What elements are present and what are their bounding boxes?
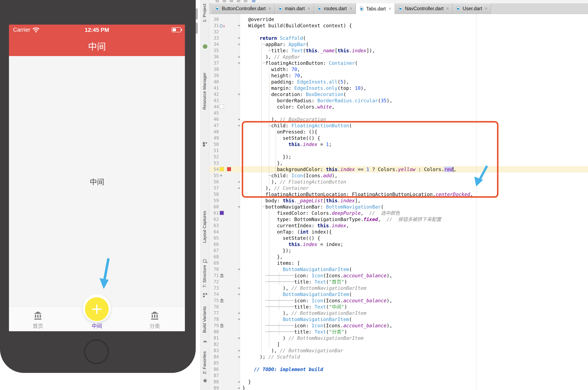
code-line-60[interactable]: 60 bottomNavigationBar: BottomNavigation… [209, 204, 588, 210]
code-line-33[interactable]: 33 return Scaffold( [209, 35, 588, 41]
color-preview-swatch[interactable] [220, 211, 224, 215]
code-line-77[interactable]: 77 ), // BottomNavigationBarItem [209, 310, 588, 316]
code-line-39[interactable]: 39 height: 70, [209, 72, 588, 79]
code-line-42[interactable]: 42 decoration: BoxDecoration( [209, 91, 588, 98]
fold-open-icon[interactable] [238, 94, 240, 96]
fold-close-icon[interactable] [238, 181, 240, 183]
account-balance-gutter-icon[interactable] [220, 323, 224, 328]
tool-window-button-favorites[interactable]: 2: Favorites [202, 351, 207, 374]
fold-open-icon[interactable] [238, 44, 240, 46]
fold-open-icon[interactable] [238, 25, 240, 27]
code-line-41[interactable]: 41 margin: EdgeInsets.only(top: 10), [209, 85, 588, 91]
close-tab-icon[interactable]: × [388, 6, 391, 11]
fold-open-icon[interactable] [238, 206, 240, 208]
close-tab-icon[interactable]: × [446, 6, 449, 11]
floating-action-button[interactable] [85, 297, 109, 321]
fold-close-icon[interactable] [238, 387, 240, 389]
code-line-86[interactable]: 86 // TODO: implement build [209, 366, 588, 373]
fold-close-icon[interactable] [238, 381, 240, 383]
code-line-43[interactable]: 43 borderRadius: BorderRadius.circular(3… [209, 98, 588, 104]
code-line-31[interactable]: 31↑ Widget build(BuildContext context) { [209, 22, 588, 29]
code-line-72[interactable]: 72 title: Text("首页") [209, 279, 588, 285]
resource-manager-icon[interactable] [202, 142, 208, 147]
code-line-44[interactable]: 44 color: Colors.white, [209, 104, 588, 110]
code-line-74[interactable]: 74 BottomNavigationBarItem( [209, 291, 588, 297]
code-line-84[interactable]: 84 ); // Scaffold [209, 354, 588, 360]
tool-window-button-resource-manager[interactable]: Resource Manager [202, 72, 207, 110]
fold-close-icon[interactable] [238, 118, 240, 120]
code-line-65[interactable]: 65 setState(() { [209, 235, 588, 241]
gutter-plus-icon[interactable]: + [220, 173, 222, 178]
close-tab-icon[interactable]: × [268, 6, 271, 11]
tab-main.dart[interactable]: main.dart× [275, 3, 314, 14]
code-line-88[interactable]: 88 } [209, 379, 588, 385]
code-line-63[interactable]: 63 currentIndex: this.index, [209, 223, 588, 229]
code-line-37[interactable]: 37 floatingActionButton: Container( [209, 60, 588, 66]
code-line-45[interactable]: 45 [209, 110, 588, 116]
code-line-64[interactable]: 64 onTap: (int index){ [209, 229, 588, 235]
code-line-30[interactable]: 30 @override [209, 16, 588, 22]
code-line-38[interactable]: 38 width: 70, [209, 66, 588, 72]
code-line-68[interactable]: 68 }, [209, 254, 588, 260]
code-line-81[interactable]: 81 ) // BottomNavigationBarItem [209, 335, 588, 341]
tab-routes.dart[interactable]: routes.dart× [314, 3, 356, 14]
layout-captures-icon[interactable] [202, 259, 208, 264]
code-line-73[interactable]: 73 ), // BottomNavigationBarItem [209, 285, 588, 291]
code-line-85[interactable]: 85 [209, 360, 588, 366]
code-line-36[interactable]: 36 ), // AppBar [209, 54, 588, 60]
code-line-75[interactable]: 75 icon: Icon(Icons.account_balance), [209, 297, 588, 304]
code-line-61[interactable]: 61 fixedColor: Colors.deepPurple, // 选中颜… [209, 210, 588, 216]
close-tab-icon[interactable]: × [350, 6, 352, 11]
color-preview-swatch[interactable] [220, 104, 224, 109]
fold-open-icon[interactable] [238, 319, 240, 320]
code-line-62[interactable]: 62 type: BottomNavigationBarType.fixed, … [209, 216, 588, 223]
code-line-59[interactable]: 59 body: this._pageList[this.index], [209, 197, 588, 204]
fold-open-icon[interactable] [238, 269, 240, 270]
fold-close-icon[interactable] [238, 312, 240, 314]
code-line-79[interactable]: 79 icon: Icon(Icons.account_balance), [209, 323, 588, 329]
nav-item-分类[interactable]: 分类 [134, 307, 175, 331]
code-line-76[interactable]: 76 title: Text("中间") [209, 304, 588, 310]
fold-close-icon[interactable] [238, 356, 240, 357]
fold-close-icon[interactable] [238, 287, 240, 289]
fold-open-icon[interactable] [238, 38, 240, 39]
code-line-32[interactable]: 32 [209, 29, 588, 35]
project-icon[interactable] [202, 44, 208, 49]
code-line-89[interactable]: 89} [209, 385, 588, 390]
home-button[interactable] [84, 339, 109, 364]
fold-close-icon[interactable] [238, 350, 240, 351]
account-balance-gutter-icon[interactable] [220, 273, 224, 278]
code-line-34[interactable]: 34 appBar: AppBar( [209, 41, 588, 48]
code-line-78[interactable]: 78 BottomNavigationBarItem( [209, 316, 588, 323]
tool-window-button-structure[interactable]: 7: Structure [202, 265, 207, 288]
nav-item-首页[interactable]: 首页 [17, 307, 59, 331]
fold-open-icon[interactable] [238, 62, 240, 64]
color-preview-swatch[interactable] [227, 167, 231, 171]
fold-close-icon[interactable] [238, 187, 240, 189]
code-line-71[interactable]: 71 icon: Icon(Icons.account_balance), [209, 273, 588, 279]
structure-icon[interactable] [202, 292, 208, 298]
favorites-icon[interactable] [202, 378, 208, 383]
code-line-83[interactable]: 83 ), // BottomNavigationBar [209, 347, 588, 354]
code-line-87[interactable]: 87 [209, 373, 588, 379]
fold-open-icon[interactable] [238, 294, 240, 295]
code-line-82[interactable]: 82 ] [209, 341, 588, 347]
fold-open-icon[interactable] [238, 125, 240, 127]
fold-close-icon[interactable] [238, 56, 240, 57]
code-line-70[interactable]: 70 BottomNavigationBarItem( [209, 266, 588, 273]
tab-NavController.dart[interactable]: NavController.dart× [395, 3, 453, 14]
code-line-67[interactable]: 67 }); [209, 247, 588, 254]
account-balance-gutter-icon[interactable] [220, 298, 224, 303]
build-variants-icon[interactable] [202, 339, 208, 344]
tab-User.dart[interactable]: User.dart× [453, 3, 491, 14]
close-tab-icon[interactable]: × [307, 6, 310, 11]
code-line-69[interactable]: 69 items: [ [209, 260, 588, 266]
close-tab-icon[interactable]: × [485, 6, 487, 11]
color-preview-swatch[interactable] [220, 167, 224, 171]
code-line-35[interactable]: 35 title: Text(this._name[this.index]), [209, 48, 588, 54]
code-line-80[interactable]: 80 title: Text("分类") [209, 329, 588, 335]
tool-window-button-project[interactable]: 1: Project [202, 4, 207, 22]
fold-close-icon[interactable] [238, 337, 240, 339]
code-line-66[interactable]: 66 this.index = index; [209, 241, 588, 247]
tool-window-button-build-variants[interactable]: Build Variants [202, 306, 207, 333]
